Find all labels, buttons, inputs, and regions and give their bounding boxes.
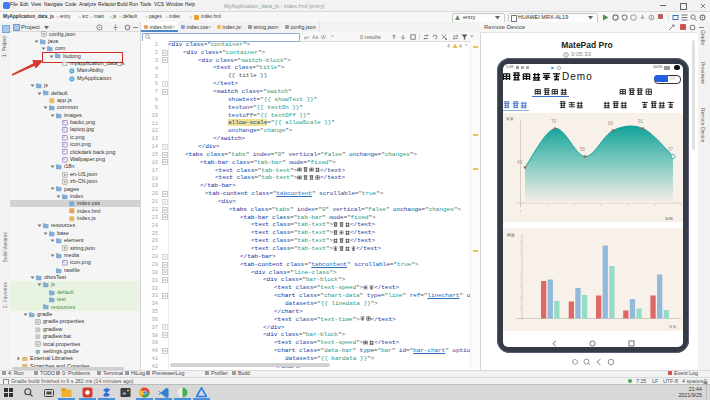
- svg-text:91: 91: [638, 118, 644, 123]
- svg-text:86: 86: [608, 120, 614, 125]
- svg-text:37: 37: [668, 146, 674, 151]
- svg-text:43: 43: [517, 159, 523, 164]
- svg-text:70: 70: [551, 118, 557, 123]
- svg-text:C: C: [70, 76, 73, 81]
- svg-text:55: 55: [580, 146, 586, 151]
- svg-text:C: C: [70, 68, 73, 73]
